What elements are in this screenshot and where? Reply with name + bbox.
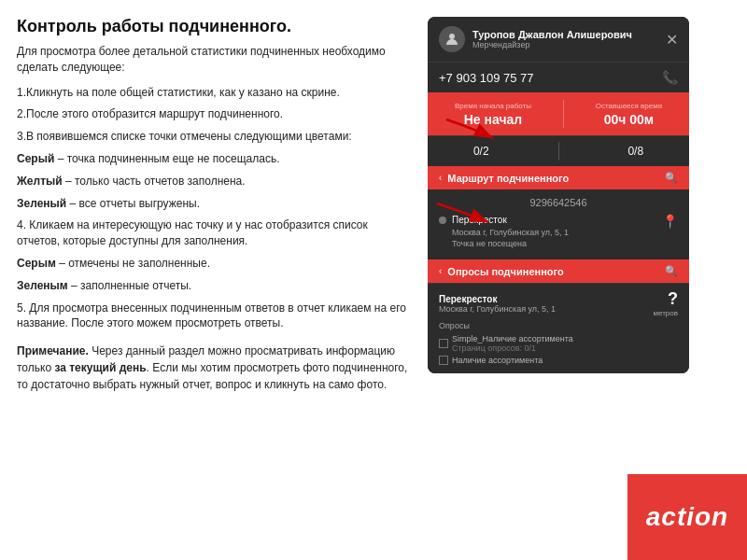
step-4b-text: – заполненные отчеты. [68, 279, 192, 292]
survey-check-1[interactable]: Simple_Наличие ассортимента Страниц опро… [439, 334, 678, 353]
step-3b-text: – только часть отчетов заполнена. [63, 175, 246, 188]
action-brand: action [627, 474, 747, 560]
route-title: Маршрут подчиненного [447, 173, 569, 184]
chevron-left-icon-2: ‹ [439, 266, 442, 276]
route-number: 9296642546 [439, 197, 678, 208]
route-section-header[interactable]: ‹ Маршрут подчиненного 🔍 [428, 166, 689, 189]
step-3a-text: – точка подчиненным еще не посещалась. [54, 152, 279, 165]
chevron-left-icon: ‹ [439, 173, 442, 183]
route-dot [439, 217, 446, 224]
start-value: Не начал [455, 112, 531, 127]
step-4a: Серым – отмечены не заполненные. [17, 256, 409, 272]
question-icon: ? [654, 289, 679, 309]
route-header-left: ‹ Маршрут подчиненного [439, 173, 569, 184]
profile-role: Мерчендайзер [472, 40, 632, 49]
step-3b: Желтый – только часть отчетов заполнена. [17, 174, 409, 189]
profile-info: Туропов Джавлон Алишерович Мерчендайзер [472, 29, 632, 49]
surveys-search-icon[interactable]: 🔍 [665, 265, 678, 277]
surveys-title: Опросы подчиненного [447, 266, 563, 277]
step-5: 5. Для просмотра внесенных подчиненным о… [17, 301, 409, 332]
start-label: Время начала работы [455, 102, 531, 110]
step-4b: Зеленым – заполненные отчеты. [17, 278, 409, 294]
phone-row: +7 903 109 75 77 📞 [428, 62, 689, 92]
step-3c-prefix: Зеленый [17, 197, 66, 210]
meters-label: метров [654, 309, 679, 317]
survey-main-info: Перекресток Москва г, Голубинская ул, 5,… [439, 294, 556, 314]
surveys-label: Опросы [439, 321, 678, 330]
profile-section: Туропов Джавлон Алишерович Мерчендайзер … [428, 17, 689, 62]
step-1: 1.Кликнуть на поле общей статистики, как… [17, 85, 409, 101]
route-location-info: Перекресток Москва г, Голубинская ул, 5,… [452, 214, 569, 248]
step-3c-text: – все отчеты выгружены. [66, 197, 200, 210]
step-2: 2.После этого отобразится маршрут подчин… [17, 106, 409, 122]
checkbox-1[interactable] [439, 339, 448, 348]
step-4a-prefix: Серым [17, 257, 56, 270]
call-icon[interactable]: 📞 [662, 70, 678, 85]
route-details: 9296642546 Перекресток Москва г, Голубин… [428, 189, 689, 259]
surveys-header-left: ‹ Опросы подчиненного [439, 266, 564, 277]
step-3b-prefix: Желтый [17, 175, 63, 188]
survey-main-item[interactable]: Перекресток Москва г, Голубинская ул, 5,… [439, 289, 678, 317]
step-4a-text: – отмечены не заполненные. [56, 257, 210, 270]
duration-value: 00ч 00м [596, 112, 662, 127]
checkbox-2[interactable] [439, 356, 448, 365]
survey-2-name: Наличие ассортимента [452, 356, 543, 365]
svg-point-0 [449, 34, 455, 39]
stat-start: Время начала работы Не начал [455, 102, 531, 127]
note-bold: за текущий день [54, 361, 146, 374]
left-column: Контроль работы подчиненного. Для просмо… [17, 17, 418, 543]
step-3a-prefix: Серый [17, 152, 54, 165]
step-3a: Серый – точка подчиненным еще не посещал… [17, 151, 409, 167]
duration-label: Оставшееся время [596, 102, 662, 110]
step-4b-prefix: Зеленым [17, 279, 68, 292]
stat-divider [563, 100, 564, 128]
step-3: 3.В появившемся списке точки отмечены сл… [17, 129, 409, 145]
survey-location-name: Перекресток [439, 294, 556, 304]
page-title: Контроль работы подчиненного. [17, 17, 409, 36]
survey-1-pages: Страниц опросов: 0/1 [452, 343, 573, 353]
right-column: Туропов Джавлон Алишерович Мерчендайзер … [418, 17, 708, 543]
note-text: Примечание. Через данный раздел можно пр… [17, 343, 409, 393]
profile-name: Туропов Джавлон Алишерович [472, 29, 632, 40]
route-search-icon[interactable]: 🔍 [665, 172, 678, 184]
main-container: Контроль работы подчиненного. Для просмо… [0, 0, 747, 560]
route-item[interactable]: Перекресток Москва г, Голубинская ул, 5,… [439, 214, 678, 248]
phone-number: +7 903 109 75 77 [439, 71, 534, 85]
location-pin-icon: 📍 [662, 214, 678, 229]
stats-section: Время начала работы Не начал Оставшееся … [428, 92, 689, 135]
survey-location-address: Москва г, Голубинская ул, 5, 1 [439, 304, 556, 314]
step-3c: Зеленый – все отчеты выгружены. [17, 196, 409, 212]
close-icon[interactable]: ✕ [666, 31, 678, 49]
survey-1-name: Simple_Наличие ассортимента [452, 334, 573, 343]
note-section: Примечание. Через данный раздел можно пр… [17, 343, 409, 393]
step-4: 4. Кликаем на интересующую нас точку и у… [17, 217, 409, 249]
counts-section: 0/2 0/8 [428, 135, 689, 166]
stat-duration: Оставшееся время 00ч 00м [596, 102, 662, 127]
route-location-status: Точка не посещена [452, 239, 569, 248]
route-location-address: Москва г, Голубинская ул, 5, 1 [452, 228, 569, 237]
visits-count: 0/2 [473, 145, 489, 158]
note-label: Примечание. [17, 344, 89, 357]
avatar [439, 26, 465, 52]
reports-count: 0/8 [627, 145, 643, 158]
survey-1-info: Simple_Наличие ассортимента Страниц опро… [452, 334, 573, 353]
survey-right-info: ? метров [654, 289, 679, 317]
route-location-name: Перекресток [452, 214, 569, 226]
survey-check-2[interactable]: Наличие ассортимента [439, 356, 678, 365]
surveys-details: Перекресток Москва г, Голубинская ул, 5,… [428, 283, 689, 373]
profile-left: Туропов Джавлон Алишерович Мерчендайзер [439, 26, 632, 52]
phone-mockup: Туропов Джавлон Алишерович Мерчендайзер … [428, 17, 689, 373]
action-logo-text: action [646, 502, 728, 532]
intro-text: Для просмотра более детальной статистики… [17, 44, 409, 76]
surveys-section-header[interactable]: ‹ Опросы подчиненного 🔍 [428, 259, 689, 283]
count-divider [558, 142, 559, 161]
